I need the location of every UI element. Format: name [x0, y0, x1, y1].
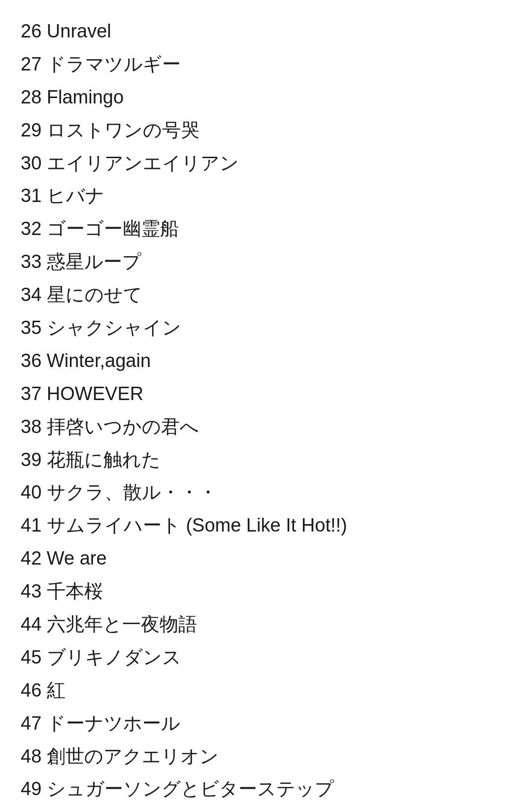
list-item: 32 ゴーゴー幽霊船: [21, 212, 511, 245]
song-title: ブリキノダンス: [47, 647, 181, 668]
list-item: 28 Flamingo: [21, 81, 511, 114]
song-number: 28: [21, 87, 47, 107]
song-title: Flamingo: [47, 87, 124, 107]
song-number: 44: [21, 614, 47, 635]
list-item: 26 Unravel: [21, 15, 511, 48]
song-number: 45: [21, 647, 47, 668]
song-list: 26 Unravel27 ドラマツルギー28 Flamingo29 ロストワンの…: [21, 15, 511, 803]
song-title: シュガーソングとビターステップ: [47, 778, 334, 799]
song-title: Unravel: [47, 21, 111, 41]
list-item: 44 六兆年と一夜物語: [21, 608, 511, 641]
song-number: 40: [21, 482, 47, 502]
song-number: 27: [21, 54, 47, 74]
list-item: 33 惑星ループ: [21, 245, 511, 278]
song-title: We are: [47, 548, 107, 569]
list-item: 41 サムライハート (Some Like It Hot!!): [21, 509, 511, 542]
song-title: 花瓶に触れた: [47, 449, 161, 470]
song-title: 千本桜: [47, 581, 103, 602]
song-number: 42: [21, 548, 47, 569]
song-number: 49: [21, 778, 47, 799]
list-item: 48 創世のアクエリオン: [21, 740, 511, 773]
list-item: 35 シャクシャイン: [21, 311, 511, 344]
song-number: 47: [21, 713, 47, 734]
list-item: 47 ドーナツホール: [21, 707, 511, 740]
list-item: 37 HOWEVER: [21, 377, 511, 410]
song-number: 30: [21, 153, 47, 173]
list-item: 40 サクラ、散ル・・・: [21, 476, 511, 509]
list-item: 36 Winter,again: [21, 344, 511, 377]
song-title: エイリアンエイリアン: [47, 153, 239, 173]
song-title: ロストワンの号哭: [47, 120, 200, 140]
list-item: 34 星にのせて: [21, 278, 511, 311]
song-title: HOWEVER: [47, 383, 143, 404]
song-number: 34: [21, 284, 47, 305]
song-title: ヒバナ: [47, 185, 104, 206]
song-title: 紅: [47, 680, 66, 701]
song-title: サムライハート (Some Like It Hot!!): [47, 515, 347, 535]
song-number: 39: [21, 449, 47, 470]
song-title: ドラマツルギー: [47, 54, 181, 74]
list-item: 38 拝啓いつかの君へ: [21, 410, 511, 443]
song-title: シャクシャイン: [47, 317, 181, 338]
song-number: 32: [21, 218, 47, 239]
song-number: 31: [21, 185, 47, 206]
song-title: サクラ、散ル・・・: [47, 482, 217, 502]
song-number: 37: [21, 383, 47, 404]
song-number: 46: [21, 680, 47, 701]
song-number: 26: [21, 21, 47, 41]
list-item: 42 We are: [21, 542, 511, 575]
song-number: 38: [21, 416, 47, 437]
song-title: 惑星ループ: [47, 251, 141, 272]
song-title: ゴーゴー幽霊船: [47, 218, 179, 239]
song-number: 48: [21, 746, 47, 767]
song-title: 星にのせて: [47, 284, 142, 305]
song-title: ドーナツホール: [47, 713, 180, 734]
list-item: 43 千本桜: [21, 575, 511, 608]
list-item: 49 シュガーソングとビターステップ: [21, 772, 511, 803]
song-number: 36: [21, 350, 47, 371]
list-item: 39 花瓶に触れた: [21, 443, 511, 476]
song-title: Winter,again: [47, 350, 151, 371]
song-number: 35: [21, 317, 47, 338]
song-title: 拝啓いつかの君へ: [47, 416, 199, 437]
song-title: 創世のアクエリオン: [47, 746, 219, 767]
list-item: 27 ドラマツルギー: [21, 48, 511, 81]
song-number: 43: [21, 581, 47, 602]
song-number: 29: [21, 120, 47, 140]
list-item: 46 紅: [21, 674, 511, 707]
list-item: 31 ヒバナ: [21, 179, 511, 212]
list-item: 29 ロストワンの号哭: [21, 114, 511, 147]
song-number: 41: [21, 515, 47, 535]
list-item: 30 エイリアンエイリアン: [21, 147, 511, 180]
song-number: 33: [21, 251, 47, 272]
list-item: 45 ブリキノダンス: [21, 641, 511, 674]
song-title: 六兆年と一夜物語: [47, 614, 197, 635]
